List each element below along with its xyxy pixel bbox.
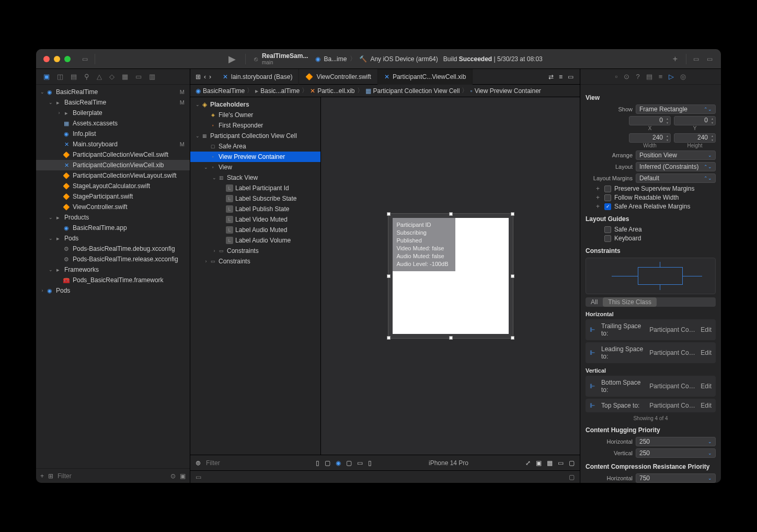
editor-tab[interactable]: ✕ParticipantC...ViewCell.xib: [378, 69, 473, 85]
outline-item[interactable]: LLabel Participant Id: [190, 183, 320, 193]
tree-item[interactable]: ⌄▸BasicRealTimeM: [36, 97, 190, 108]
tree-item[interactable]: ◉BasicRealTime.app: [36, 223, 190, 233]
identity-inspector-icon[interactable]: ▤: [646, 73, 652, 80]
resize-handle[interactable]: [387, 336, 391, 340]
size-class-segmented[interactable]: AllThis Size Class: [586, 297, 716, 307]
view-preview-container[interactable]: Participant IDSubscribingPublishedVideo …: [393, 218, 509, 334]
issue-icon[interactable]: △: [97, 73, 102, 80]
outline-item[interactable]: ›▭Constraints: [190, 256, 320, 267]
outline-item[interactable]: LLabel Audio Volume: [190, 235, 320, 246]
add-button[interactable]: +: [673, 54, 678, 64]
zoom-out-icon[interactable]: ⤢: [525, 459, 531, 467]
scheme-selector[interactable]: ⎋ RealTimeSam... main: [254, 52, 308, 65]
file-inspector-icon[interactable]: ▫: [615, 73, 618, 80]
symbol-navigator-icon[interactable]: ▤: [71, 73, 77, 80]
outline-item[interactable]: ⌄▫View: [190, 162, 320, 172]
outline-item[interactable]: LLabel Video Muted: [190, 214, 320, 225]
editor-tab[interactable]: 🔶ViewController.swift: [299, 69, 377, 85]
outline-toggle-icon[interactable]: ▯: [316, 459, 319, 467]
constraint-row[interactable]: ⊩Trailing Space to:Participant Colle...E…: [586, 319, 716, 340]
find-icon[interactable]: ⚲: [84, 73, 89, 80]
checkbox-row[interactable]: +Preserve Superview Margins: [596, 185, 716, 192]
tree-item[interactable]: ⚙Pods-BasicRealTime.debug.xcconfig: [36, 244, 190, 254]
hug-h-field[interactable]: 250⌄: [636, 437, 716, 446]
canvas-filter[interactable]: [206, 459, 311, 467]
tree-item[interactable]: 🧰Pods_BasicRealTime.framework: [36, 275, 190, 285]
hug-v-field[interactable]: 250⌄: [636, 448, 716, 458]
outline-item[interactable]: ⌄▥Stack View: [190, 172, 320, 183]
navigator-filter[interactable]: [58, 472, 166, 480]
constraint-row[interactable]: ⊩Leading Space to:Participant Colle...Ed…: [586, 342, 716, 363]
editor-tab[interactable]: ✕lain.storyboard (Base): [216, 69, 299, 85]
clock-icon[interactable]: ⊙: [170, 472, 176, 480]
height-field[interactable]: 240▴▾: [674, 133, 716, 143]
tree-item[interactable]: ⌄▸Frameworks: [36, 264, 190, 275]
connections-inspector-icon[interactable]: ◎: [680, 73, 686, 80]
tree-item[interactable]: ›▸Boilerplate: [36, 108, 190, 118]
tree-item[interactable]: ▦Assets.xcassets: [36, 118, 190, 129]
constraint-diagram[interactable]: [586, 258, 716, 294]
tree-item[interactable]: ✕Main.storyboardM: [36, 139, 190, 149]
inspector-toggle-icon[interactable]: ▭: [703, 52, 717, 66]
canvas-cell[interactable]: Participant IDSubscribingPublishedVideo …: [388, 213, 513, 339]
back-icon[interactable]: ‹: [204, 73, 206, 80]
y-field[interactable]: 0▴▾: [674, 116, 716, 125]
constraint-row[interactable]: ⊩Bottom Space to:Participant Colle...Edi…: [586, 376, 716, 397]
orient-icon[interactable]: ▭: [357, 459, 363, 467]
resize-handle[interactable]: [511, 212, 514, 216]
outline-item[interactable]: ◈File's Owner: [190, 110, 320, 120]
adjust-icon[interactable]: ▢: [325, 459, 330, 467]
tree-item[interactable]: ⌄▸Products: [36, 212, 190, 223]
run-button[interactable]: ▶: [228, 53, 236, 65]
arrange-selector[interactable]: Position View⌄: [636, 151, 716, 160]
tree-item[interactable]: 🔶ViewController.swift: [36, 202, 190, 212]
outline-item[interactable]: LLabel Publish State: [190, 204, 320, 214]
debug-console-icon[interactable]: ▭: [196, 473, 201, 481]
outline-item[interactable]: LLabel Audio Muted: [190, 225, 320, 235]
tree-item[interactable]: 🔶ParticipantCollectionViewCell.swift: [36, 149, 190, 160]
canvas[interactable]: Participant IDSubscribingPublishedVideo …: [321, 97, 580, 455]
swap-icon[interactable]: ⇄: [548, 73, 554, 80]
resize-handle[interactable]: [511, 336, 514, 340]
zoom-fit-icon[interactable]: ▣: [536, 459, 542, 467]
tree-item[interactable]: 🔶StageLayoutCalculator.swift: [36, 181, 190, 191]
checkbox-row[interactable]: +Follow Readable Width: [596, 194, 716, 201]
resize-handle[interactable]: [387, 212, 391, 216]
device-icon[interactable]: ▯: [368, 459, 372, 467]
report-icon[interactable]: ▥: [149, 73, 155, 80]
breadcrumb[interactable]: ◉BasicRealTime〉▸Basic...alTime〉✕Partic..…: [190, 85, 580, 97]
history-inspector-icon[interactable]: ⊙: [624, 73, 629, 80]
trait-icon[interactable]: ▢: [346, 459, 352, 467]
add-file-icon[interactable]: +: [40, 472, 44, 480]
embed-icon[interactable]: ▭: [558, 459, 564, 467]
layout-selector[interactable]: Inferred (Constraints)⌃⌄: [636, 162, 716, 171]
tree-item[interactable]: 🔶ParticipantCollectionViewLayout.swift: [36, 170, 190, 181]
tree-item[interactable]: ◉Info.plist: [36, 129, 190, 139]
adjust-icon[interactable]: ≡: [559, 73, 563, 80]
tree-item[interactable]: ⌄▸Pods: [36, 233, 190, 244]
comp-h-field[interactable]: 750⌄: [636, 473, 716, 483]
tree-root[interactable]: ⌄◉ BasicRealTime M: [36, 87, 190, 97]
tree-item[interactable]: ✕ParticipantCollectionViewCell.xib: [36, 160, 190, 170]
minimize-icon[interactable]: [54, 56, 60, 62]
bounds-icon[interactable]: ◉: [336, 459, 341, 467]
close-icon[interactable]: [43, 56, 50, 62]
outline-item[interactable]: ›▭Constraints: [190, 246, 320, 256]
x-field[interactable]: 0▴▾: [629, 116, 671, 125]
margins-selector[interactable]: Default⌃⌄: [636, 174, 716, 183]
outline-item[interactable]: ▢Safe Area: [190, 141, 320, 152]
checkbox-row[interactable]: Safe Area: [596, 226, 716, 233]
filter-icon[interactable]: ⊞: [48, 472, 53, 480]
forward-icon[interactable]: ›: [209, 73, 211, 80]
filter-icon[interactable]: ⊚: [196, 459, 201, 467]
outline-header[interactable]: ⌄◈Placeholders: [190, 99, 320, 110]
related-icon[interactable]: ⊞: [196, 73, 201, 80]
constraint-row[interactable]: ⊩Top Space to:Participant Colle...Edit: [586, 399, 716, 412]
breakpoint-icon[interactable]: ▭: [135, 73, 142, 80]
show-selector[interactable]: Frame Rectangle⌃⌄: [636, 105, 716, 114]
outline-item[interactable]: ▫View Preview Container: [190, 152, 320, 162]
help-inspector-icon[interactable]: ?: [636, 73, 639, 80]
resize-handle[interactable]: [449, 336, 453, 340]
resize-handle[interactable]: [387, 274, 391, 278]
zoom-in-icon[interactable]: ▦: [547, 459, 553, 467]
